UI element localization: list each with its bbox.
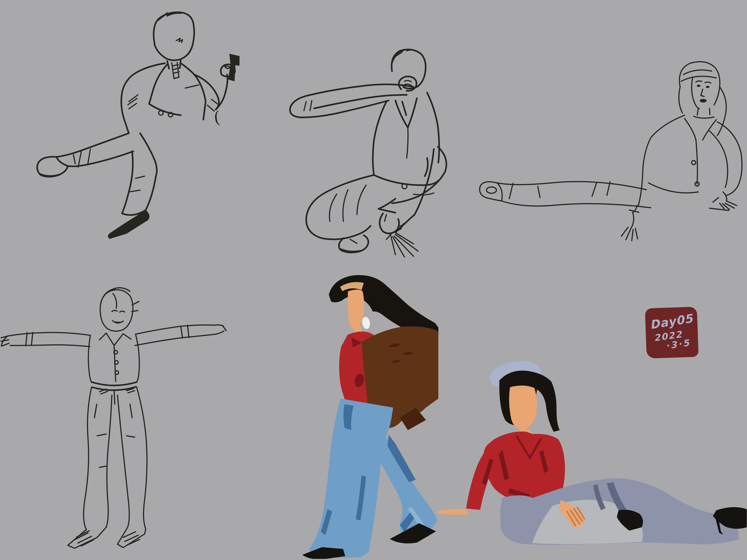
crouch-torso bbox=[373, 92, 439, 195]
sketch-crouching-figure bbox=[269, 41, 457, 262]
seated-face bbox=[694, 81, 714, 118]
seated-blouse bbox=[638, 115, 742, 206]
tpose-shirt bbox=[88, 333, 139, 390]
tpose-head bbox=[100, 288, 139, 331]
sketch-seated-woman bbox=[470, 56, 743, 248]
flat-seated-woman bbox=[435, 352, 747, 560]
crouch-head bbox=[392, 50, 426, 88]
tpose-right-arm bbox=[135, 325, 226, 345]
suit-man-extended-leg bbox=[37, 133, 133, 177]
sketch-t-pose-figure bbox=[0, 278, 228, 549]
suit-man-collar-tie bbox=[167, 60, 181, 79]
date-badge: Day05 2022 ·3·5 bbox=[645, 306, 699, 358]
seated-head-wrap bbox=[679, 62, 726, 135]
badge-day-label: Day05 bbox=[649, 312, 694, 331]
suit-man-jacket bbox=[121, 63, 206, 133]
crouch-raised-arm bbox=[290, 77, 416, 117]
seated-woman-ground-hand bbox=[438, 509, 468, 515]
sketch-suit-man-with-pistol bbox=[23, 7, 239, 242]
seated-extended-legs bbox=[480, 182, 651, 208]
tpose-shoes bbox=[68, 527, 146, 548]
flat-walking-woman bbox=[294, 272, 438, 559]
seated-front-hand bbox=[621, 206, 639, 241]
crouch-folded-leg bbox=[306, 175, 374, 252]
suit-man-head bbox=[154, 12, 194, 60]
crouch-raised-knee-leg bbox=[379, 147, 446, 234]
suit-man-arm-with-gun bbox=[194, 54, 239, 111]
suit-man-bent-leg bbox=[108, 133, 157, 239]
tpose-left-arm bbox=[1, 332, 91, 347]
seated-ground-hand bbox=[710, 192, 737, 210]
walking-woman-face bbox=[348, 290, 364, 337]
sketchbook-canvas: Day05 2022 ·3·5 ( bbox=[0, 0, 747, 560]
tpose-pants bbox=[84, 387, 147, 530]
